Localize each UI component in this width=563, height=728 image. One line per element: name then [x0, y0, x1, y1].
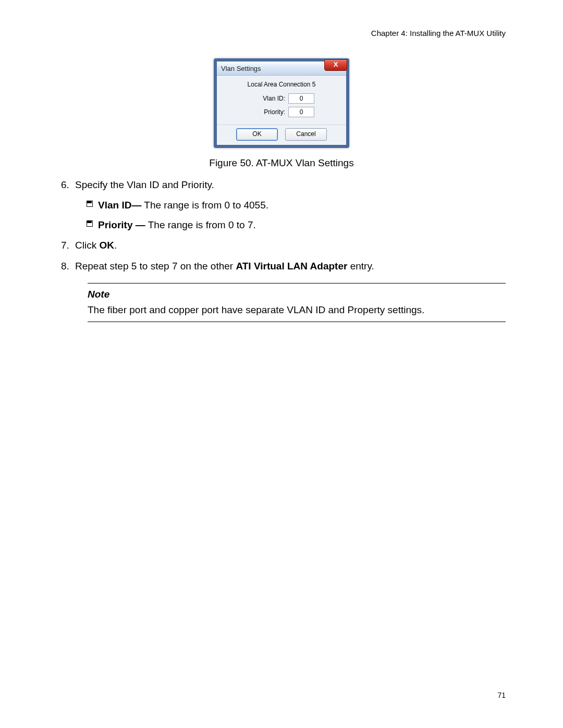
- step-8-post: entry.: [347, 261, 374, 272]
- step-6: Specify the Vlan ID and Priority. Vlan I…: [72, 177, 506, 232]
- priority-input[interactable]: 0: [288, 107, 314, 117]
- step-8-pre: Repeat step 5 to step 7 on the other: [75, 261, 236, 272]
- ok-button[interactable]: OK: [236, 128, 278, 141]
- step-8: Repeat step 5 to step 7 on the other ATI…: [72, 258, 506, 274]
- vlan-settings-dialog: Vlan Settings X Local Area Connection 5 …: [214, 58, 349, 148]
- priority-bold: Priority —: [98, 219, 145, 230]
- close-button[interactable]: X: [324, 59, 347, 71]
- step-7-post: .: [114, 240, 117, 251]
- vlan-id-bold: Vlan ID—: [98, 200, 141, 211]
- step-7-bold: OK: [99, 240, 114, 251]
- vlan-id-input[interactable]: 0: [288, 93, 314, 104]
- cancel-button[interactable]: Cancel: [285, 128, 327, 141]
- connection-label: Local Area Connection 5: [221, 81, 342, 88]
- bullet-priority: Priority — The range is from 0 to 7.: [87, 217, 506, 232]
- dialog-titlebar: Vlan Settings X: [217, 61, 346, 76]
- note-text: The fiber port and copper port have sepa…: [88, 302, 506, 317]
- dialog-title: Vlan Settings: [221, 65, 261, 72]
- bullet-vlan-id: Vlan ID— The range is from 0 to 4055.: [87, 198, 506, 213]
- step-7: Click OK.: [72, 238, 506, 253]
- chapter-header: Chapter 4: Installing the AT-MUX Utility: [57, 29, 506, 38]
- step-6-text: Specify the Vlan ID and Priority.: [75, 179, 214, 190]
- vlan-id-label: Vlan ID:: [249, 95, 285, 102]
- priority-range: The range is from 0 to 7.: [145, 219, 256, 230]
- step-7-pre: Click: [75, 240, 99, 251]
- priority-label: Priority:: [249, 108, 285, 116]
- figure-caption: Figure 50. AT-MUX Vlan Settings: [57, 157, 506, 169]
- note-box: Note The fiber port and copper port have…: [88, 283, 506, 322]
- step-8-bold: ATI Virtual LAN Adapter: [236, 261, 347, 272]
- vlan-id-range: The range is from 0 to 4055.: [141, 200, 268, 211]
- note-title: Note: [88, 287, 506, 302]
- page-number: 71: [497, 691, 506, 699]
